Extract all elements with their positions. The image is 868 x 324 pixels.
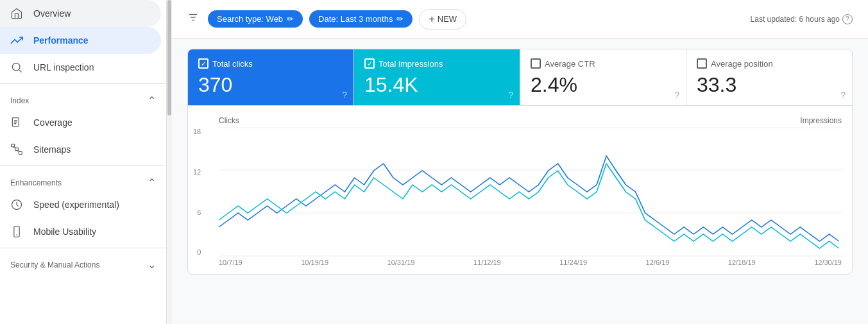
scroll-thumb[interactable] (167, 0, 171, 115)
new-button[interactable]: + NEW (419, 9, 466, 30)
enhancements-chevron-icon[interactable]: ⌃ (148, 176, 156, 189)
total-impressions-checkbox[interactable]: ✓ (364, 58, 375, 69)
trending-up-icon (10, 34, 23, 47)
sidebar-item-mobile-usability-label: Mobile Usability (33, 226, 96, 237)
sidebar-item-mobile-usability[interactable]: Mobile Usability (0, 218, 161, 245)
date-chip[interactable]: Date: Last 3 months ✏ (309, 10, 413, 28)
sidebar-item-overview-label: Overview (33, 8, 71, 19)
topbar: Search type: Web ✏ Date: Last 3 months ✏… (172, 0, 868, 38)
main-content: Search type: Web ✏ Date: Last 3 months ✏… (172, 0, 868, 324)
stats-row: ✓ Total clicks 370 ? ✓ Total impressions… (188, 49, 852, 106)
new-button-label: NEW (438, 14, 457, 24)
chart-area: Clicks Impressions 18 12 6 0 900 600 300… (188, 106, 852, 274)
mobile-icon (10, 225, 23, 238)
last-updated: Last updated: 6 hours ago ? (751, 14, 853, 24)
stats-chart-container: ✓ Total clicks 370 ? ✓ Total impressions… (187, 49, 853, 275)
date-edit-icon: ✏ (396, 14, 404, 24)
sidebar-section-index: Index ⌃ (0, 89, 166, 109)
search-type-chip[interactable]: Search type: Web ✏ (208, 10, 303, 28)
average-ctr-label: Average CTR (545, 59, 595, 69)
sidebar-item-url-inspection[interactable]: URL inspection (0, 54, 161, 81)
average-position-value: 33.3 (697, 74, 842, 96)
total-clicks-value: 370 (198, 74, 343, 96)
average-ctr-value: 2.4% (531, 74, 676, 96)
svg-line-1 (19, 70, 22, 72)
average-ctr-card[interactable]: Average CTR 2.4% ? (520, 49, 686, 105)
divider-3 (0, 248, 166, 248)
chart-svg (219, 128, 842, 256)
average-position-checkbox[interactable] (697, 58, 707, 69)
filter-icon[interactable] (187, 12, 199, 26)
index-chevron-icon[interactable]: ⌃ (148, 94, 156, 107)
average-position-label: Average position (711, 59, 773, 69)
average-position-help-icon[interactable]: ? (840, 90, 846, 100)
sitemaps-icon (10, 143, 23, 156)
total-impressions-value: 15.4K (364, 74, 509, 96)
sidebar-item-url-inspection-label: URL inspection (33, 62, 94, 72)
total-impressions-card[interactable]: ✓ Total impressions 15.4K ? (354, 49, 520, 105)
sidebar-item-performance-label: Performance (33, 35, 89, 46)
sidebar-item-speed-label: Speed (experimental) (33, 200, 119, 210)
coverage-icon (10, 116, 23, 129)
content-area: ✓ Total clicks 370 ? ✓ Total impressions… (172, 38, 868, 324)
svg-line-9 (13, 147, 17, 148)
date-label: Date: Last 3 months (318, 14, 393, 24)
total-clicks-card[interactable]: ✓ Total clicks 370 ? (188, 49, 354, 105)
search-type-label: Search type: Web (217, 14, 283, 24)
search-type-edit-icon: ✏ (287, 14, 294, 24)
y-axis-left: 18 12 6 0 (193, 128, 201, 256)
security-chevron-icon[interactable]: ⌄ (148, 259, 156, 271)
total-impressions-label: Total impressions (379, 59, 443, 69)
enhancements-section-label: Enhancements (10, 178, 62, 187)
average-position-card[interactable]: Average position 33.3 ? (686, 49, 852, 105)
svg-rect-6 (12, 144, 15, 147)
total-impressions-help-icon[interactable]: ? (508, 90, 513, 100)
total-clicks-help-icon[interactable]: ? (342, 90, 347, 100)
help-icon[interactable]: ? (842, 14, 853, 24)
index-section-label: Index (10, 96, 29, 105)
average-ctr-help-icon[interactable]: ? (674, 90, 679, 100)
sidebar-item-overview[interactable]: Overview (0, 0, 161, 27)
total-clicks-label: Total clicks (212, 59, 253, 69)
security-section-label: Security & Manual Actions (10, 260, 99, 269)
home-icon (10, 7, 23, 20)
svg-rect-7 (15, 148, 19, 151)
sidebar-item-coverage[interactable]: Coverage (0, 109, 161, 136)
svg-rect-8 (19, 151, 22, 154)
chart-wrap: 18 12 6 0 900 600 300 0 (219, 128, 842, 256)
y-right-label: Impressions (800, 116, 842, 125)
speed-icon (10, 198, 23, 211)
sidebar-item-coverage-label: Coverage (33, 117, 72, 128)
sidebar-section-enhancements: Enhancements ⌃ (0, 171, 166, 191)
svg-point-0 (12, 63, 20, 71)
sidebar-item-sitemaps-label: Sitemaps (33, 144, 71, 155)
search-icon (10, 61, 23, 74)
svg-rect-12 (14, 226, 19, 237)
scrollbar[interactable] (167, 0, 172, 324)
divider-1 (0, 83, 166, 84)
sidebar-item-sitemaps[interactable]: Sitemaps (0, 136, 161, 163)
average-ctr-checkbox[interactable] (531, 58, 541, 69)
sidebar-section-security: Security & Manual Actions ⌄ (0, 253, 166, 273)
x-axis-labels: 10/7/19 10/19/19 10/31/19 11/12/19 11/24… (219, 259, 842, 266)
total-clicks-checkbox[interactable]: ✓ (198, 58, 208, 69)
divider-2 (0, 166, 166, 166)
svg-line-10 (17, 151, 21, 152)
y-left-label: Clicks (219, 116, 239, 125)
sidebar-item-speed[interactable]: Speed (experimental) (0, 191, 161, 218)
sidebar-item-performance[interactable]: Performance (0, 27, 161, 54)
sidebar: Overview Performance URL inspection Inde… (0, 0, 167, 324)
